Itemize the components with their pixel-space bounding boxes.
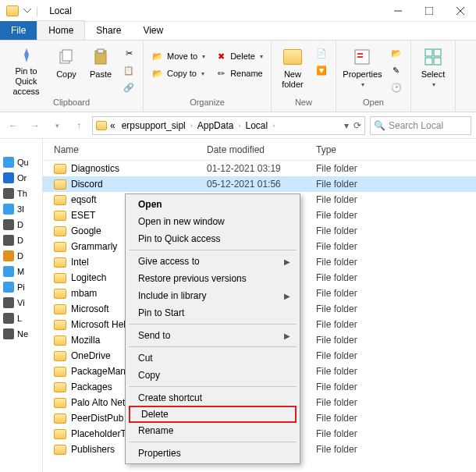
file-type: File folder [316, 444, 476, 455]
tab-view[interactable]: View [132, 21, 174, 40]
sidebar-label: L [17, 314, 22, 323]
tab-home[interactable]: Home [37, 20, 85, 40]
easy-access-button[interactable]: 🔽 [312, 62, 331, 78]
search-box[interactable]: 🔍 Search Local [370, 116, 471, 135]
ctx-cut[interactable]: Cut [127, 350, 298, 367]
crumb-local[interactable]: Local [242, 120, 271, 131]
new-item-button[interactable]: 📄 [312, 45, 331, 61]
file-row[interactable]: Discord05-12-2021 01:56File folder [43, 176, 476, 192]
folder-icon [54, 351, 66, 361]
ctx-copy[interactable]: Copy [127, 367, 298, 384]
sidebar-item[interactable]: D [0, 248, 42, 264]
easyaccess-icon: 🔽 [315, 64, 328, 76]
ctx-delete[interactable]: Delete [129, 406, 297, 423]
move-to-button[interactable]: 📂Move to▾ [148, 48, 208, 64]
crumb-appdata[interactable]: AppData [194, 120, 237, 131]
sidebar-item[interactable]: D [0, 217, 42, 232]
maximize-button[interactable] [414, 0, 445, 22]
addr-dropdown-icon[interactable]: ▾ [344, 120, 349, 131]
ctx-rename[interactable]: Rename [127, 422, 298, 439]
crumb-user[interactable]: erpsupport_sipl [119, 120, 189, 131]
tab-share[interactable]: Share [85, 21, 132, 40]
sidebar-item[interactable]: 3I [0, 201, 42, 217]
file-name: Diagnostics [71, 163, 119, 174]
ctx-properties[interactable]: Properties [127, 445, 298, 462]
ctx-open[interactable]: Open [127, 196, 298, 213]
copy-path-button[interactable]: 📋 [119, 62, 138, 78]
cut-button[interactable]: ✂ [119, 45, 138, 61]
properties-button[interactable]: Properties▾ [341, 44, 384, 95]
ctx-send-to[interactable]: Send to▶ [127, 327, 298, 344]
paste-button[interactable]: Paste [85, 44, 116, 95]
sidebar-item[interactable]: Or [0, 170, 42, 186]
pin-quick-button[interactable]: Pin to Quick access [5, 44, 48, 95]
delete-button[interactable]: ✖Delete▾ [211, 48, 266, 64]
file-type: File folder [316, 428, 476, 439]
recent-button[interactable]: ▾ [48, 117, 66, 134]
file-name: PeerDistPub [71, 413, 123, 424]
col-date[interactable]: Date modified [207, 144, 316, 155]
history-button[interactable]: 🕑 [387, 80, 406, 95]
sidebar-icon [3, 282, 14, 293]
minimize-button[interactable] [382, 0, 414, 22]
ctx-pin-start[interactable]: Pin to Start [127, 304, 298, 321]
close-button[interactable] [445, 0, 476, 22]
rename-button[interactable]: ✏Rename [211, 66, 266, 81]
folder-icon [54, 382, 66, 392]
sidebar-item[interactable]: L [0, 311, 42, 326]
file-name: Discord [71, 179, 103, 190]
crumb-overflow[interactable]: « [107, 120, 119, 131]
sidebar-item[interactable]: Vi [0, 295, 42, 311]
ctx-give-access[interactable]: Give access to▶ [127, 253, 298, 270]
dropdown-icon[interactable] [23, 7, 31, 15]
paste-shortcut-button[interactable]: 🔗 [119, 80, 138, 95]
up-button[interactable]: ↑ [70, 117, 87, 134]
properties-icon [351, 47, 373, 67]
file-date: 05-12-2021 01:56 [207, 179, 316, 190]
new-folder-button[interactable]: New folder [276, 44, 309, 95]
back-button[interactable]: ← [5, 117, 22, 134]
moveto-icon: 📂 [151, 50, 164, 62]
col-type[interactable]: Type [316, 144, 476, 155]
ctx-restore-versions[interactable]: Restore previous versions [127, 270, 298, 287]
ctx-open-new-window[interactable]: Open in new window [127, 213, 298, 230]
edit-button[interactable]: ✎ [387, 62, 406, 78]
ribbon-tabs: File Home Share View [0, 22, 476, 41]
folder-icon [54, 257, 66, 268]
sidebar-item[interactable]: M [0, 264, 42, 279]
sidebar-icon [3, 328, 14, 339]
svg-rect-4 [98, 49, 104, 53]
forward-button[interactable]: → [27, 117, 44, 134]
group-label-open: Open [363, 98, 384, 108]
address-bar[interactable]: « erpsupport_sipl› AppData› Local› ▾ ⟳ [92, 116, 365, 135]
refresh-icon[interactable]: ⟳ [353, 120, 361, 131]
sidebar-item[interactable]: Th [0, 186, 42, 201]
sidebar-item[interactable]: D [0, 232, 42, 248]
sidebar-label: Ne [17, 329, 28, 339]
sidebar-item[interactable]: Qu [0, 154, 42, 170]
tab-file[interactable]: File [0, 21, 37, 40]
addr-folder-icon [96, 121, 107, 130]
copy-to-button[interactable]: 📂Copy to▾ [148, 66, 208, 81]
group-clipboard: Pin to Quick access Copy Paste ✂ 📋 🔗 Cli… [0, 41, 144, 112]
ctx-include-library[interactable]: Include in library▶ [127, 287, 298, 304]
sidebar-icon [3, 157, 14, 168]
folder-icon [54, 273, 66, 283]
sidebar-item[interactable]: Pi [0, 279, 42, 295]
copy-button[interactable]: Copy [51, 44, 82, 95]
sidebar-label: 3I [17, 204, 24, 214]
submenu-icon: ▶ [284, 257, 290, 266]
ctx-create-shortcut[interactable]: Create shortcut [127, 389, 298, 406]
sidebar-icon [3, 313, 14, 324]
file-row[interactable]: Diagnostics01-12-2021 03:19File folder [43, 161, 476, 176]
ctx-pin-quick[interactable]: Pin to Quick access [127, 230, 298, 247]
sidebar-item[interactable]: Ne [0, 326, 42, 342]
open-button[interactable]: 📂 [387, 45, 406, 61]
rename-icon: ✏ [215, 67, 227, 80]
sidebar-icon [3, 204, 14, 215]
cut-icon: ✂ [123, 47, 135, 59]
file-name: Grammarly [71, 241, 117, 252]
ctx-separator [129, 386, 297, 387]
select-button[interactable]: Select▾ [416, 44, 450, 95]
col-name[interactable]: Name [43, 144, 207, 155]
